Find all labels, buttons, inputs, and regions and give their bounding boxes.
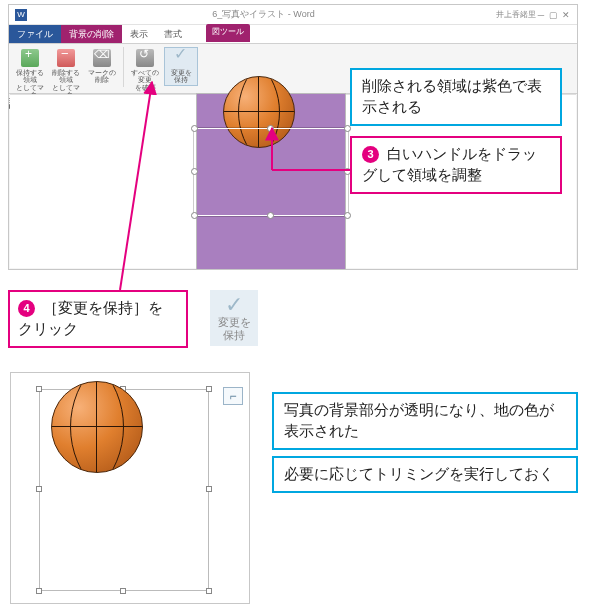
handle-top-left[interactable]: [36, 386, 42, 392]
handle-bottom-right[interactable]: [344, 212, 351, 219]
handle-left-center[interactable]: [36, 486, 42, 492]
handle-bottom-center[interactable]: [120, 588, 126, 594]
keep-changes-button-large[interactable]: ✓ 変更を 保持: [210, 290, 258, 346]
image-with-removal-preview[interactable]: [196, 93, 346, 270]
minimize-icon[interactable]: ─: [536, 10, 546, 20]
user-name: 井上香緒里: [496, 9, 536, 20]
callout-purple-area-text: 削除される領域は紫色で表示される: [362, 78, 542, 115]
handle-top-right[interactable]: [344, 125, 351, 132]
keep-changes-button[interactable]: 変更を 保持: [164, 47, 198, 86]
callout-transparent-result: 写真の背景部分が透明になり、地の色が表示された: [272, 392, 578, 450]
callout-drag-handles-text: 白いハンドルをドラッグして領域を調整: [362, 146, 537, 183]
adjustment-rectangle[interactable]: [194, 128, 348, 216]
close-icon[interactable]: ✕: [561, 10, 571, 20]
mark-remove-button[interactable]: 削除する領域 としてマーク: [49, 47, 83, 98]
delete-mark-button[interactable]: マークの 削除: [85, 47, 119, 84]
mark-keep-button[interactable]: 保持する領域 としてマーク: [13, 47, 47, 98]
basketball-image-result: [51, 381, 143, 473]
keep-label: 変更を 保持: [171, 69, 192, 84]
window-buttons[interactable]: ─ ▢ ✕: [536, 10, 571, 20]
tab-view[interactable]: 表示: [122, 25, 156, 43]
callout-drag-handles: 3 白いハンドルをドラッグして領域を調整: [350, 136, 562, 194]
minus-icon: [57, 49, 75, 67]
delete-mark-label: マークの 削除: [88, 69, 116, 84]
handle-bottom-left[interactable]: [191, 212, 198, 219]
callout-trimming-text: 必要に応じてトリミングを実行しておく: [284, 466, 554, 482]
callout-step-4: 4 ［変更を保持］をクリック: [8, 290, 188, 348]
delete-icon: [93, 49, 111, 67]
word-icon: W: [15, 9, 27, 21]
handle-left-center[interactable]: [191, 168, 198, 175]
step-3-badge: 3: [362, 146, 379, 163]
result-preview: ⌐: [10, 372, 250, 604]
keep-label-line1: 変更を: [218, 316, 251, 329]
callout-transparent-result-text: 写真の背景部分が透明になり、地の色が表示された: [284, 402, 554, 439]
keep-label-line2: 保持: [223, 329, 245, 342]
tool-tab-picture[interactable]: 図ツール: [206, 24, 250, 42]
callout-step-4-text: ［変更を保持］をクリック: [18, 300, 163, 337]
step-4-badge: 4: [18, 300, 35, 317]
callout-purple-area: 削除される領域は紫色で表示される: [350, 68, 562, 126]
tab-background-remove[interactable]: 背景の削除: [61, 25, 122, 43]
handle-bottom-left[interactable]: [36, 588, 42, 594]
ribbon-tabs: ファイル 背景の削除 表示 書式 図ツール: [9, 25, 577, 44]
check-icon: ✓: [225, 294, 243, 316]
titlebar: W 6_写真やイラスト - Word 井上香緒里 ─ ▢ ✕: [9, 5, 577, 25]
discard-icon: [136, 49, 154, 67]
document-title: 6_写真やイラスト - Word: [31, 8, 496, 21]
discard-label: すべての変更 を破棄: [128, 69, 162, 91]
callout-trimming: 必要に応じてトリミングを実行しておく: [272, 456, 578, 493]
tab-file[interactable]: ファイル: [9, 25, 61, 43]
handle-top-center[interactable]: [267, 125, 274, 132]
discard-changes-button[interactable]: すべての変更 を破棄: [128, 47, 162, 91]
layout-options-icon[interactable]: ⌐: [223, 387, 243, 405]
handle-top-left[interactable]: [191, 125, 198, 132]
handle-bottom-center[interactable]: [267, 212, 274, 219]
handle-bottom-right[interactable]: [206, 588, 212, 594]
tab-format[interactable]: 書式: [156, 25, 190, 43]
plus-icon: [21, 49, 39, 67]
maximize-icon[interactable]: ▢: [548, 10, 558, 20]
handle-right-center[interactable]: [206, 486, 212, 492]
handle-top-right[interactable]: [206, 386, 212, 392]
check-icon: [172, 49, 190, 67]
